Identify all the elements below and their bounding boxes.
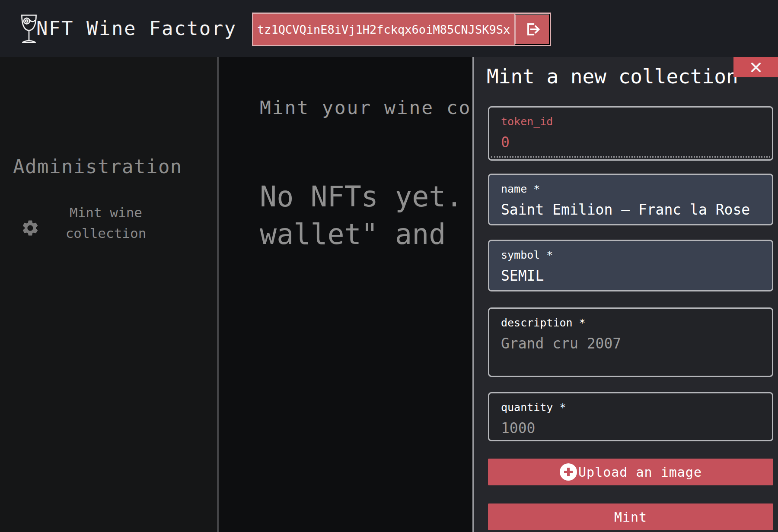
token-id-label: token_id xyxy=(501,114,772,129)
empty-state-line2: wallet" and xyxy=(260,215,463,253)
mint-panel: Mint a new collection token_id 0 name * … xyxy=(472,57,778,532)
close-button[interactable] xyxy=(733,57,778,77)
mint-button[interactable]: Mint xyxy=(488,504,773,530)
sidebar: Administration Mint wine collection xyxy=(0,57,219,532)
sidebar-item-label: Mint wine collection xyxy=(52,202,160,244)
token-id-value: 0 xyxy=(501,133,772,152)
name-label: name * xyxy=(501,182,772,196)
navbar: NFT Wine Factory tz1QCVQinE8iVj1H2fckqx6… xyxy=(0,0,778,57)
empty-state-text: No NFTs yet. wallet" and xyxy=(260,178,463,253)
logout-button[interactable] xyxy=(514,14,550,45)
panel-title: Mint a new collection xyxy=(487,65,738,88)
plus-circle-icon xyxy=(559,463,577,481)
disabled-underline xyxy=(491,156,770,158)
wallet-address: tz1QCVQinE8iVj1H2fckqx6oiM85CNJSK9Sx xyxy=(253,14,514,45)
token-id-field[interactable]: token_id 0 xyxy=(488,106,773,161)
app-title: NFT Wine Factory xyxy=(36,16,237,41)
name-field[interactable]: name * Saint Emilion – Franc la Rose xyxy=(488,174,773,225)
name-value: Saint Emilion – Franc la Rose xyxy=(501,201,772,219)
symbol-label: symbol * xyxy=(501,248,772,262)
quantity-value: 1000 xyxy=(501,419,772,437)
description-value: Grand cru 2007 xyxy=(501,335,772,353)
logout-icon xyxy=(524,21,541,38)
upload-image-button[interactable]: Upload an image xyxy=(488,459,773,485)
description-label: description * xyxy=(501,316,772,330)
quantity-label: quantity * xyxy=(501,400,772,415)
symbol-field[interactable]: symbol * SEMIL xyxy=(488,240,773,291)
sidebar-heading: Administration xyxy=(13,155,182,177)
wallet-box: tz1QCVQinE8iVj1H2fckqx6oiM85CNJSK9Sx xyxy=(252,13,551,46)
quantity-field[interactable]: quantity * 1000 xyxy=(488,392,773,441)
description-field[interactable]: description * Grand cru 2007 xyxy=(488,307,773,377)
sidebar-item-mint-wine-collection[interactable]: Mint wine collection xyxy=(0,202,199,254)
close-icon xyxy=(749,61,762,74)
upload-image-label: Upload an image xyxy=(578,465,702,480)
main-subtitle: Mint your wine co xyxy=(260,97,471,118)
mint-label: Mint xyxy=(614,510,647,525)
gear-icon xyxy=(21,218,40,238)
symbol-value: SEMIL xyxy=(501,267,772,285)
empty-state-line1: No NFTs yet. xyxy=(260,178,463,215)
app-window: NFT Wine Factory tz1QCVQinE8iVj1H2fckqx6… xyxy=(0,0,778,532)
